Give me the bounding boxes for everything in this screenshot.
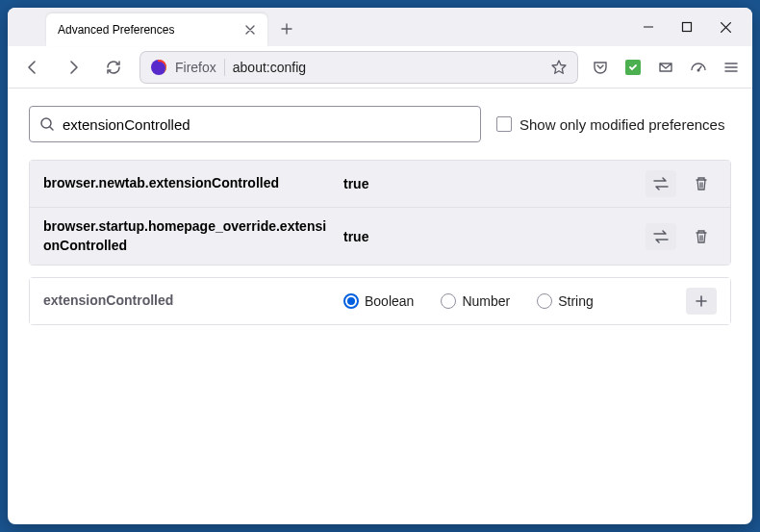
pref-row[interactable]: browser.startup.homepage_override.extens…: [30, 207, 730, 265]
new-pref-name: extensionControlled: [43, 291, 332, 311]
radio-dot-icon: [343, 293, 359, 309]
content-area: Show only modified preferences browser.n…: [8, 89, 752, 524]
url-bar[interactable]: Firefox about:config: [140, 52, 577, 83]
urlbar-separator: [224, 59, 225, 76]
radio-dot-icon: [537, 293, 552, 309]
radio-boolean[interactable]: Boolean: [343, 293, 414, 309]
toggle-button[interactable]: [646, 223, 676, 250]
radio-label: String: [558, 293, 594, 309]
bookmark-star-icon[interactable]: [550, 59, 568, 76]
window-controls: [641, 8, 752, 46]
reload-button[interactable]: [100, 54, 127, 81]
forward-button[interactable]: [60, 54, 87, 81]
back-button[interactable]: [19, 54, 46, 81]
pref-actions: [646, 170, 717, 197]
show-modified-checkbox[interactable]: Show only modified preferences: [496, 116, 724, 133]
new-pref-row-container: extensionControlled Boolean Number Strin…: [29, 277, 731, 325]
radio-dot-icon: [441, 293, 456, 309]
menu-icon[interactable]: [722, 58, 741, 77]
close-tab-icon[interactable]: [244, 24, 256, 36]
pref-value: true: [343, 229, 390, 244]
maximize-button[interactable]: [679, 19, 695, 35]
nav-bar: Firefox about:config: [8, 46, 752, 89]
tab-bar: Advanced Preferences: [8, 8, 752, 46]
pocket-icon[interactable]: [591, 58, 610, 77]
tab-title: Advanced Preferences: [58, 23, 174, 37]
search-box[interactable]: [29, 106, 481, 142]
checkbox-icon: [496, 116, 512, 132]
toolbar-icons: [591, 58, 741, 77]
firefox-logo-icon: [150, 59, 167, 76]
radio-label: Number: [462, 293, 510, 309]
new-pref-actions: [686, 288, 717, 315]
pref-name: browser.newtab.extensionControlled: [43, 174, 332, 193]
extension-icon[interactable]: [623, 58, 643, 77]
search-icon: [39, 116, 55, 132]
urlbar-domain: Firefox: [175, 60, 216, 75]
pref-name: browser.startup.homepage_override.extens…: [43, 217, 332, 255]
dashboard-icon[interactable]: [689, 58, 708, 77]
toggle-button[interactable]: [646, 170, 676, 197]
radio-number[interactable]: Number: [441, 293, 510, 309]
pref-actions: [646, 223, 717, 250]
new-tab-button[interactable]: [273, 15, 300, 42]
radio-string[interactable]: String: [537, 293, 594, 309]
urlbar-path: about:config: [233, 60, 543, 75]
delete-button[interactable]: [686, 223, 717, 250]
search-input[interactable]: [63, 116, 470, 133]
search-row: Show only modified preferences: [29, 106, 731, 142]
tab-active[interactable]: Advanced Preferences: [46, 13, 267, 46]
new-pref-row: extensionControlled Boolean Number Strin…: [30, 278, 730, 324]
pref-value: true: [343, 176, 390, 191]
pref-row[interactable]: browser.newtab.extensionControlled true: [30, 161, 730, 207]
radio-label: Boolean: [365, 293, 414, 309]
svg-rect-0: [683, 23, 692, 32]
close-window-button[interactable]: [718, 19, 733, 35]
checkbox-label: Show only modified preferences: [519, 116, 724, 133]
delete-button[interactable]: [686, 170, 717, 197]
pref-type-radios: Boolean Number String: [343, 293, 674, 309]
preference-list: browser.newtab.extensionControlled true …: [29, 160, 731, 266]
add-button[interactable]: [686, 288, 717, 315]
minimize-button[interactable]: [641, 19, 656, 35]
inbox-icon[interactable]: [656, 58, 675, 77]
browser-window: Advanced Preferences: [8, 8, 752, 524]
